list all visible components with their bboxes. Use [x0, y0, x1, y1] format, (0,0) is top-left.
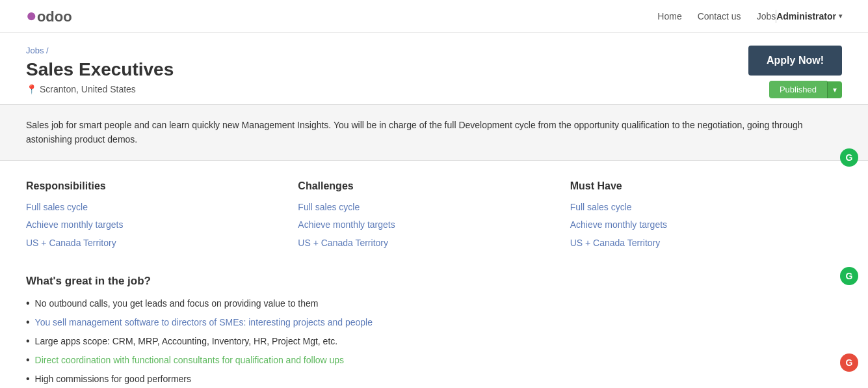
published-button[interactable]: Published: [769, 81, 827, 98]
navbar: ●odoo Home Contact us Jobs Administrator…: [0, 0, 868, 33]
breadcrumb-separator: /: [46, 46, 49, 55]
job-location: 📍 Scranton, United States: [26, 84, 842, 94]
published-dropdown-button[interactable]: ▾: [827, 81, 842, 98]
grammarly-green-icon-2: G: [840, 267, 858, 285]
column-1-item-2: US + Canada Territory: [298, 237, 557, 250]
apply-now-button[interactable]: Apply Now!: [748, 46, 842, 76]
column-2-item-1: Achieve monthly targets: [570, 219, 829, 232]
great-list: No outbound calls, you get leads and foc…: [26, 297, 842, 386]
column-0: ResponsibilitiesFull sales cycleAchieve …: [26, 180, 298, 255]
column-2: Must HaveFull sales cycleAchieve monthly…: [570, 180, 842, 255]
grammarly-red-icon: G: [840, 353, 858, 372]
nav-links: Home Contact us Jobs: [657, 11, 776, 21]
great-item-1: You sell management software to director…: [26, 316, 842, 329]
breadcrumb: Jobs /: [26, 46, 842, 55]
column-2-item-0: Full sales cycle: [570, 201, 829, 214]
column-1-item-1: Achieve monthly targets: [298, 219, 557, 232]
great-heading: What's great in the job?: [26, 275, 842, 288]
column-2-heading: Must Have: [570, 180, 829, 192]
nav-jobs[interactable]: Jobs: [757, 11, 776, 21]
main-content: ResponsibilitiesFull sales cycleAchieve …: [0, 161, 868, 388]
job-description: Sales job for smart people and can learn…: [26, 118, 842, 147]
column-0-heading: Responsibilities: [26, 180, 285, 192]
brand-logo[interactable]: ●odoo: [26, 7, 72, 25]
great-section: What's great in the job? No outbound cal…: [26, 275, 842, 386]
columns-section: ResponsibilitiesFull sales cycleAchieve …: [26, 180, 842, 255]
column-0-item-2: US + Canada Territory: [26, 237, 285, 250]
column-1-heading: Challenges: [298, 180, 557, 192]
great-item-3: Direct coordination with functional cons…: [26, 353, 842, 367]
page-header: Jobs / Sales Executives 📍 Scranton, Unit…: [0, 33, 868, 104]
admin-label: Administrator: [776, 11, 836, 21]
breadcrumb-link[interactable]: Jobs: [26, 46, 44, 55]
great-item-2: Large apps scope: CRM, MRP, Accounting, …: [26, 335, 842, 348]
location-text: Scranton, United States: [40, 84, 136, 94]
nav-contact[interactable]: Contact us: [698, 11, 741, 21]
chevron-down-icon: ▾: [839, 12, 842, 20]
admin-menu[interactable]: Administrator ▾: [776, 11, 842, 21]
column-1: ChallengesFull sales cycleAchieve monthl…: [298, 180, 570, 255]
published-group: Published ▾: [769, 81, 842, 98]
header-actions: Apply Now! Published ▾: [748, 46, 842, 98]
great-item-4: High commissions for good performers: [26, 372, 842, 386]
odoo-logo-text: ●odoo: [26, 7, 72, 25]
description-banner: Sales job for smart people and can learn…: [0, 104, 868, 161]
location-pin-icon: 📍: [26, 84, 37, 94]
great-item-0: No outbound calls, you get leads and foc…: [26, 297, 842, 311]
column-1-item-0: Full sales cycle: [298, 201, 557, 214]
logo-dot: ●: [26, 5, 37, 25]
job-title: Sales Executives: [26, 59, 842, 80]
column-2-item-2: US + Canada Territory: [570, 237, 829, 250]
grammarly-green-icon-1: G: [840, 148, 858, 167]
nav-home[interactable]: Home: [657, 11, 681, 21]
column-0-item-1: Achieve monthly targets: [26, 219, 285, 232]
column-0-item-0: Full sales cycle: [26, 201, 285, 214]
